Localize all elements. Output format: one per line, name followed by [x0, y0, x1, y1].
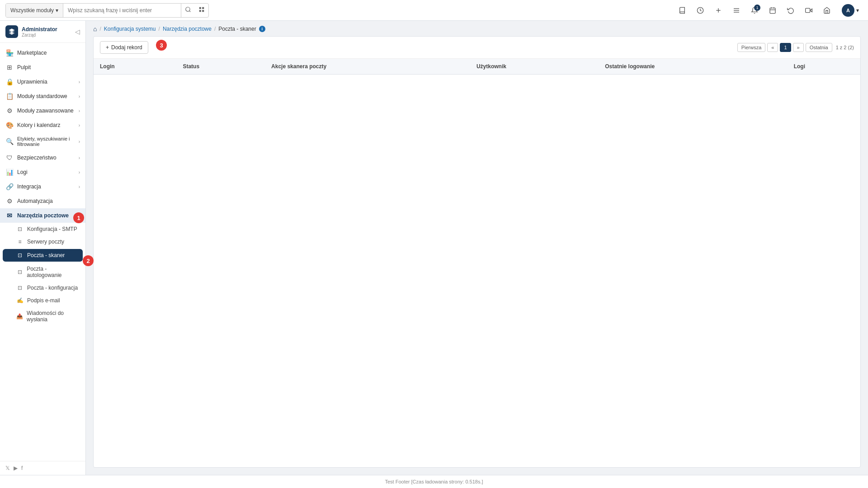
- sidebar-subitem-poczta-konfiguracja[interactable]: ⊡ Poczta - konfiguracja: [0, 282, 85, 294]
- chevron-right-icon: ›: [79, 94, 80, 99]
- sidebar-item-etykiety[interactable]: 🔍 Etykiety, wyszukiwanie i filtrowanie ›: [0, 132, 85, 150]
- sidebar-item-label-etykiety: Etykiety, wyszukiwanie i filtrowanie: [17, 136, 75, 147]
- top-nav-left: Wszystkie moduły ▾: [5, 3, 672, 18]
- content-toolbar: + Dodaj rekord Pierwsza « 1 » Ostatnia 1…: [94, 37, 860, 59]
- chevron-right-icon: ›: [79, 170, 80, 175]
- chevron-down-icon: ▾: [856, 7, 859, 14]
- sidebar-item-moduly-standardowe[interactable]: 📋 Moduły standardowe ›: [0, 89, 85, 103]
- sidebar-subitem-poczta-skaner[interactable]: ⊡ Poczta - skaner: [3, 249, 83, 262]
- sidebar-item-pulpit[interactable]: ⊞ Pulpit: [0, 60, 85, 75]
- sidebar-item-bezpieczenstwo[interactable]: 🛡 Bezpieczeństwo ›: [0, 150, 85, 165]
- plus-icon-btn[interactable]: [712, 4, 725, 17]
- nav-item-left: 🔗 Integracja: [5, 183, 41, 190]
- sidebar-subitem-konfiguracja-smtp[interactable]: ⊡ Konfiguracja - SMTP: [0, 223, 85, 235]
- svg-rect-5: [202, 10, 204, 12]
- youtube-icon[interactable]: ▶: [14, 465, 18, 471]
- breadcrumb-sep-3: /: [214, 26, 216, 32]
- video-icon-btn[interactable]: [802, 4, 816, 17]
- module-select[interactable]: Wszystkie moduły ▾: [6, 4, 63, 17]
- sidebar-subitem-wiadomosci[interactable]: 📤 Wiadomości do wysłania: [0, 307, 85, 326]
- sidebar-user-info: Administrator Zarząd: [22, 26, 71, 38]
- bell-icon-btn[interactable]: 1: [748, 4, 761, 17]
- chevron-right-icon: ›: [79, 80, 80, 84]
- sidebar-subitem-serwery-poczty[interactable]: ≡ Serwery poczty: [0, 235, 85, 248]
- nav-item-left: 🛡 Bezpieczeństwo: [5, 154, 57, 161]
- nav-item-left: ⊞ Pulpit: [5, 64, 31, 71]
- sidebar-item-automatyzacja[interactable]: ⚙ Automatyzacja: [0, 194, 85, 208]
- add-record-label: Dodaj rekord: [111, 44, 142, 51]
- pagination-prev-btn[interactable]: «: [767, 43, 778, 52]
- svg-rect-12: [770, 8, 775, 13]
- nav-item-left: 🎨 Kolory i kalendarz: [5, 122, 60, 129]
- grid-view-button[interactable]: [195, 3, 208, 18]
- content-area: ⌂ / Konfiguracja systemu / Narzędzia poc…: [86, 21, 868, 475]
- sidebar-item-label-marketplace: Marketplace: [17, 50, 47, 56]
- wiadomosci-icon: 📤: [16, 313, 23, 319]
- add-record-button[interactable]: + Dodaj rekord: [100, 41, 148, 54]
- main-table: Login Status Akcje skanera poczty Użytko…: [94, 59, 860, 75]
- home-icon: [823, 7, 830, 14]
- sidebar-item-label-uprawnienia: Uprawnienia: [17, 79, 47, 85]
- breadcrumb-sep-1: /: [99, 26, 101, 32]
- pagination-current-btn[interactable]: 1: [780, 43, 791, 52]
- book-icon-btn[interactable]: [675, 4, 689, 17]
- breadcrumb-current: Poczta - skaner: [218, 26, 256, 32]
- nav-item-left: 🏪 Marketplace: [5, 49, 47, 56]
- breadcrumb-home-icon[interactable]: ⌂: [93, 25, 97, 33]
- clock-icon-btn[interactable]: [693, 4, 707, 17]
- search-input[interactable]: [63, 7, 181, 14]
- video-icon: [805, 7, 812, 14]
- search-button[interactable]: [181, 4, 195, 17]
- sidebar-item-integracja[interactable]: 🔗 Integracja ›: [0, 179, 85, 194]
- sidebar-item-narzedzia-pocztowe[interactable]: ✉ Narzędzia pocztowe ∨: [0, 208, 85, 223]
- pagination-next-btn[interactable]: »: [793, 43, 804, 52]
- pagination-first-btn[interactable]: Pierwsza: [737, 43, 766, 52]
- sidebar-item-label-pulpit: Pulpit: [17, 64, 31, 70]
- chevron-right-icon: ›: [79, 108, 80, 113]
- breadcrumb-link-narzedzia[interactable]: Narzędzia pocztowe: [163, 26, 212, 32]
- breadcrumb-link-konfiguracja[interactable]: Konfiguracja systemu: [104, 26, 156, 32]
- menu-icon: [733, 7, 740, 14]
- sidebar-item-logi[interactable]: 📊 Logi ›: [0, 165, 85, 179]
- sidebar-item-uprawnienia[interactable]: 🔒 Uprawnienia ›: [0, 75, 85, 89]
- automatyzacja-icon: ⚙: [5, 197, 14, 205]
- chevron-right-icon: ›: [79, 184, 80, 189]
- book-icon: [679, 7, 686, 14]
- facebook-icon[interactable]: f: [21, 465, 23, 471]
- pagination-last-btn[interactable]: Ostatnia: [806, 43, 832, 52]
- nav-item-left: 🔍 Etykiety, wyszukiwanie i filtrowanie: [5, 136, 75, 147]
- user-menu-btn[interactable]: A ▾: [838, 2, 863, 19]
- sidebar-subitem-poczta-autologowanie[interactable]: ⊡ Poczta - autologowanie: [0, 263, 85, 282]
- sidebar-item-marketplace[interactable]: 🏪 Marketplace: [0, 46, 85, 60]
- integracja-icon: 🔗: [5, 183, 14, 190]
- user-avatar: A: [842, 4, 854, 17]
- twitter-icon[interactable]: 𝕏: [5, 465, 10, 471]
- pagination: Pierwsza « 1 » Ostatnia 1 z 2 (2): [737, 43, 854, 52]
- narzedzia-pocztowe-icon: ✉: [5, 212, 14, 219]
- search-icon: [185, 6, 191, 13]
- calendar-icon: [769, 7, 776, 14]
- home-icon-btn[interactable]: [820, 4, 834, 17]
- sidebar-subitem-podpis-email[interactable]: ✍ Podpis e-mail: [0, 294, 85, 307]
- sidebar-username: Administrator: [22, 26, 71, 33]
- uprawnienia-icon: 🔒: [5, 78, 14, 85]
- sidebar-nav: 🏪 Marketplace ⊞ Pulpit 🔒 Uprawnienia ›: [0, 43, 85, 461]
- svg-line-1: [189, 11, 191, 12]
- calendar-icon-btn[interactable]: [766, 4, 779, 17]
- main-layout: Administrator Zarząd ◁ 🏪 Marketplace ⊞ P…: [0, 21, 868, 475]
- sidebar-item-moduly-zaawansowane[interactable]: ⚙ Moduły zaawansowane ›: [0, 103, 85, 118]
- table-container: Login Status Akcje skanera poczty Użytko…: [94, 59, 860, 467]
- history-icon-btn[interactable]: [784, 4, 797, 17]
- menu-icon-btn[interactable]: [730, 4, 743, 17]
- history-icon: [787, 7, 794, 14]
- sidebar-collapse-btn[interactable]: ◁: [75, 28, 80, 35]
- pulpit-icon: ⊞: [5, 64, 14, 71]
- clock-icon: [697, 7, 704, 14]
- top-nav-icons: 1 A ▾: [675, 2, 863, 19]
- serwery-icon: ≡: [16, 239, 24, 245]
- sub-nav-label-skaner: Poczta - skaner: [27, 252, 65, 258]
- info-icon[interactable]: i: [259, 26, 265, 32]
- logi-icon: 📊: [5, 169, 14, 176]
- plus-icon: +: [106, 44, 109, 51]
- sidebar-item-kolory[interactable]: 🎨 Kolory i kalendarz ›: [0, 118, 85, 132]
